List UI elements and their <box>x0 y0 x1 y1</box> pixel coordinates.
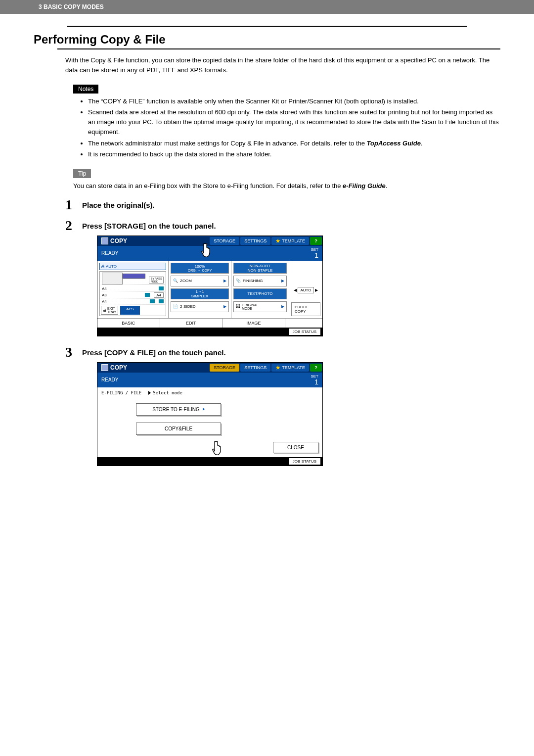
printer-icon: 🖨 <box>101 264 105 269</box>
exit-icon: 🖨 <box>103 308 106 312</box>
notes-list: The “COPY & FILE” function is available … <box>79 96 500 159</box>
copy-and-file-button[interactable]: COPY&FILE <box>136 423 221 435</box>
step-1: 1 Place the original(s). <box>65 198 500 212</box>
step-number: 1 <box>65 198 82 212</box>
density-auto-button[interactable]: AUTO <box>298 287 313 293</box>
close-button[interactable]: CLOSE <box>273 442 318 453</box>
chapter-header: 3 BASIC COPY MODES <box>0 0 534 14</box>
zoom-pct-button[interactable]: 100% ORG. → COPY <box>171 263 229 274</box>
tray-row[interactable]: A4 <box>101 299 165 305</box>
copy-icon <box>101 364 108 371</box>
original-mode-button[interactable]: 🖼 ORIGINAL MODE ▶ <box>233 301 287 312</box>
ready-row: READY SET 1 <box>97 373 322 387</box>
triangle-right-icon <box>148 391 151 395</box>
original-icon: 🖼 <box>236 304 240 309</box>
panel-header: COPY STORAGE SETTINGS TEMPLATE ? <box>97 363 322 373</box>
finishing-button[interactable]: 📎 FINISHING ▶ <box>233 276 287 286</box>
efiling-file-label: E-FILING / FILE <box>101 390 141 395</box>
panel-body: 🖨 AUTO BYPASS FEED A4 <box>97 261 322 318</box>
job-status-button[interactable]: JOB STATUS <box>289 329 320 335</box>
top-rule <box>67 26 467 27</box>
settings-tab[interactable]: SETTINGS <box>240 237 270 245</box>
aps-button[interactable]: APS <box>120 306 140 315</box>
store-to-efiling-button[interactable]: STORE TO E-FILING <box>136 403 221 416</box>
bypass-feed-button[interactable]: BYPASS FEED <box>149 277 164 284</box>
platen-shape <box>123 274 145 279</box>
storage-tab[interactable]: STORAGE <box>210 237 239 245</box>
proof-copy-button[interactable]: PROOF COPY <box>291 302 320 316</box>
touch-panel-step2: COPY STORAGE SETTINGS TEMPLATE ? READY S… <box>97 236 322 336</box>
image-tab[interactable]: IMAGE <box>222 319 285 328</box>
settings-tab[interactable]: SETTINGS <box>240 364 270 372</box>
tray-box: BYPASS FEED A4 A3 A4 <box>99 271 166 316</box>
ready-row: READY SET 1 <box>97 246 322 261</box>
density-left-arrow[interactable]: ◀ <box>294 288 297 292</box>
panel-header: COPY STORAGE SETTINGS TEMPLATE ? <box>97 236 322 246</box>
step-number: 3 <box>65 345 82 359</box>
tray-illustration: BYPASS FEED <box>101 273 165 285</box>
intro-paragraph: With the Copy & File function, you can s… <box>65 55 500 75</box>
basic-tab[interactable]: BASIC <box>97 319 160 328</box>
step-text: Press [STORAGE] on the touch panel. <box>82 219 216 230</box>
text-photo-button[interactable]: TEXT/PHOTO <box>233 288 287 299</box>
chevron-right-icon: ▶ <box>281 279 284 283</box>
middle-buttons-column: 100% ORG. → COPY 🔍 ZOOM ▶ 1→1 SIMPLEX 📄 … <box>169 261 231 318</box>
storage-tab-active[interactable]: STORAGE <box>210 364 239 372</box>
ready-text: READY <box>99 377 118 382</box>
chapter-header-text: 3 BASIC COPY MODES <box>39 3 104 10</box>
star-icon <box>275 238 280 243</box>
job-status-button[interactable]: JOB STATUS <box>289 458 320 465</box>
paper-level-icon <box>159 286 164 290</box>
exit-tray-button[interactable]: 🖨EXIT TRAY <box>101 306 118 315</box>
density-control[interactable]: ◀ AUTO ▶ <box>294 287 317 293</box>
tray-column: 🖨 AUTO BYPASS FEED A4 <box>97 261 169 318</box>
set-counter: SET 1 <box>311 374 320 385</box>
help-tab[interactable]: ? <box>310 237 322 245</box>
paper-level-icon <box>159 299 164 303</box>
panel-title: COPY <box>97 363 209 373</box>
tray-row[interactable]: A3 A4 <box>101 292 165 299</box>
note-item: The “COPY & FILE” function is available … <box>88 96 500 106</box>
paper-level-icon <box>150 299 155 303</box>
help-tab[interactable]: ? <box>310 364 322 372</box>
side-tray-label[interactable]: A4 <box>154 292 164 298</box>
density-right-arrow[interactable]: ▶ <box>315 288 318 292</box>
printer-shape <box>102 273 123 284</box>
step-text: Place the original(s). <box>82 198 155 209</box>
two-sided-button[interactable]: 📄 2-SIDED ▶ <box>171 301 229 312</box>
paper-level-icon <box>145 293 150 297</box>
panel-footer: JOB STATUS <box>97 457 322 466</box>
finishing-icon: 📎 <box>236 279 241 283</box>
touch-panel-step3: COPY STORAGE SETTINGS TEMPLATE ? READY S… <box>97 362 322 466</box>
tray-row[interactable]: A4 <box>101 286 165 292</box>
density-column: ◀ AUTO ▶ PROOF COPY <box>289 261 322 318</box>
chevron-right-icon <box>203 408 205 411</box>
step-number: 2 <box>65 219 82 233</box>
copy-icon <box>101 237 108 244</box>
close-row: CLOSE <box>101 442 318 453</box>
section-title: Performing Copy & File <box>34 33 500 47</box>
chevron-right-icon: ▶ <box>281 304 284 309</box>
star-icon <box>275 365 280 370</box>
template-tab[interactable]: TEMPLATE <box>271 364 309 372</box>
sort-button[interactable]: NON-SORT NON-STAPLE <box>233 263 287 274</box>
zoom-button[interactable]: 🔍 ZOOM ▶ <box>171 276 229 286</box>
template-tab[interactable]: TEMPLATE <box>271 237 309 245</box>
step-3: 3 Press [COPY & FILE] on the touch panel… <box>65 345 500 359</box>
tip-paragraph: You can store data in an e-Filing box wi… <box>73 181 500 191</box>
step-2: 2 Press [STORAGE] on the touch panel. <box>65 219 500 233</box>
options-column: NON-SORT NON-STAPLE 📎 FINISHING ▶ TEXT/P… <box>231 261 289 318</box>
panel-footer: JOB STATUS <box>97 328 322 336</box>
select-mode-label: Select mode <box>148 390 182 395</box>
chevron-right-icon: ▶ <box>223 279 226 283</box>
edit-tab[interactable]: EDIT <box>160 319 223 328</box>
simplex-button[interactable]: 1→1 SIMPLEX <box>171 288 229 299</box>
notes-label: Notes <box>73 85 98 94</box>
chevron-right-icon: ▶ <box>223 304 226 309</box>
storage-subheader: E-FILING / FILE Select mode <box>101 390 318 395</box>
title-underline <box>57 48 500 49</box>
ready-text: READY <box>99 250 118 256</box>
tip-label: Tip <box>73 169 91 178</box>
set-counter: SET 1 <box>311 247 320 259</box>
note-item: Scanned data are stored at the resolutio… <box>88 107 500 137</box>
